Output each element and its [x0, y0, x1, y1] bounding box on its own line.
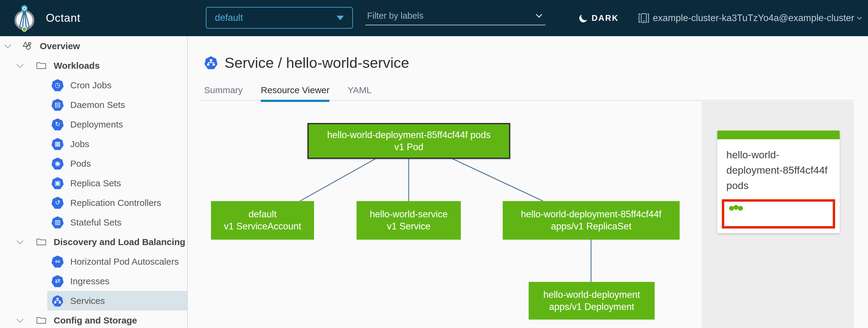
sidebar-item-label: Replication Controllers [70, 198, 161, 208]
card-title: hello-world-deployment-85ff4cf44f pods [717, 139, 840, 199]
detail-panel: hello-world-deployment-85ff4cf44f pods [702, 101, 854, 328]
pod-ok-dot-icon [729, 206, 734, 211]
pod-ok-dot-icon [734, 205, 738, 210]
moon-icon [578, 13, 589, 24]
graph-node-replicaset[interactable]: hello-world-deployment-85ff4cf44fapps/v1… [503, 201, 680, 240]
sidebar-item-ingresses[interactable]: ⇄Ingresses [0, 271, 187, 291]
dropdown-caret-icon [337, 16, 344, 20]
dark-mode-toggle[interactable]: DARK [579, 0, 619, 36]
app-title: Octant [46, 0, 81, 36]
card-status-bar [717, 130, 840, 139]
sidebar-item-label: Ingresses [70, 276, 110, 287]
node-name: default [248, 208, 276, 220]
sidebar-item-horizontal-pod-autoscalers[interactable]: ⇔Horizontal Pod Autoscalers [0, 252, 187, 271]
sidebar-item-stateful-sets[interactable]: ▥Stateful Sets [0, 212, 187, 232]
expand-chevron-icon[interactable] [4, 41, 11, 48]
chevron-down-icon[interactable] [536, 11, 542, 18]
graph-node-serviceaccount[interactable]: defaultv1 ServiceAccount [211, 201, 314, 240]
pod-ok-dot-icon [738, 206, 743, 211]
main-content: Service / hello-world-service SummaryRes… [188, 36, 868, 328]
octant-logo-icon [14, 4, 35, 32]
job-icon: ▦ [52, 138, 64, 150]
replicationcontroller-icon: ↺ [52, 197, 64, 209]
sidebar-item-label: Config and Storage [54, 315, 137, 326]
node-kind: v1 ServiceAccount [224, 220, 301, 233]
sidebar-item-discovery-and-load-balancing[interactable]: Discovery and Load Balancing [0, 232, 187, 252]
sidebar-item-label: Deployments [70, 119, 123, 130]
sidebar-item-label: Daemon Sets [70, 100, 125, 110]
replicaset-icon: ▣ [52, 177, 64, 189]
sidebar-item-label: Discovery and Load Balancing [54, 237, 185, 247]
sidebar-item-cron-jobs[interactable]: ◷Cron Jobs [0, 76, 187, 95]
cluster-label: example-cluster-ka3TuTzYo4a@example-clus… [653, 13, 854, 24]
sidebar-item-jobs[interactable]: ▦Jobs [0, 134, 187, 154]
hpa-icon: ⇔ [52, 256, 64, 268]
folder-icon [36, 315, 47, 326]
sidebar-nav: OverviewWorkloads◷Cron Jobs▤Daemon Sets↻… [0, 36, 188, 328]
expand-chevron-icon[interactable] [17, 237, 24, 244]
node-kind: apps/v1 Deployment [549, 301, 634, 313]
node-kind: v1 Pod [394, 141, 424, 153]
chevron-down-icon [857, 15, 862, 20]
folder-icon [36, 60, 47, 71]
sidebar-item-label: Replica Sets [70, 178, 121, 188]
sidebar-item-label: Workloads [54, 61, 100, 71]
cluster-selector[interactable]: example-cluster-ka3TuTzYo4a@example-clus… [638, 0, 861, 36]
expand-chevron-icon[interactable] [17, 61, 24, 68]
deployment-icon: ↻ [52, 118, 64, 130]
node-kind: v1 Service [387, 220, 431, 233]
node-kind: apps/v1 ReplicaSet [551, 220, 631, 233]
folder-icon [36, 236, 47, 248]
daemonset-icon: ▤ [52, 99, 64, 111]
namespace-value: default [215, 12, 243, 23]
sidebar-item-label: Stateful Sets [70, 217, 121, 228]
sidebar-item-deployments[interactable]: ↻Deployments [0, 115, 187, 134]
graph-node-pod[interactable]: hello-world-deployment-85ff4cf44f podsv1… [307, 123, 510, 159]
sidebar-item-label: Services [70, 296, 105, 306]
node-name: hello-world-service [370, 208, 447, 220]
node-name: hello-world-deployment-85ff4cf44f [521, 208, 661, 220]
sidebar-item-label: Overview [40, 41, 80, 51]
expand-chevron-icon[interactable] [17, 316, 24, 323]
pod-icon: ◉ [52, 158, 64, 170]
pod-summary-card: hello-world-deployment-85ff4cf44f pods [717, 130, 840, 233]
dark-mode-label: DARK [592, 13, 619, 23]
sidebar-item-replica-sets[interactable]: ▣Replica Sets [0, 173, 187, 193]
sidebar-item-config-and-storage[interactable]: Config and Storage [0, 310, 187, 328]
graph-node-service[interactable]: hello-world-servicev1 Service [356, 201, 461, 240]
sidebar-item-workloads[interactable]: Workloads [0, 56, 187, 76]
sidebar-item-overview[interactable]: Overview [0, 36, 187, 56]
sidebar-item-daemon-sets[interactable]: ▤Daemon Sets [0, 95, 187, 115]
overview-icon [21, 40, 33, 52]
namespace-dropdown[interactable]: default [206, 7, 353, 29]
statefulset-icon: ▥ [52, 216, 64, 229]
sidebar-item-label: Pods [70, 158, 91, 169]
sidebar-item-pods[interactable]: ◉Pods [0, 154, 187, 173]
cluster-icon [638, 13, 649, 24]
node-name: hello-world-deployment [544, 289, 640, 301]
service-icon [52, 295, 64, 307]
sidebar-item-replication-controllers[interactable]: ↺Replication Controllers [0, 193, 187, 212]
pod-status-box [722, 199, 835, 229]
ingress-icon: ⇄ [52, 275, 64, 287]
sidebar-item-label: Cron Jobs [70, 80, 112, 90]
sidebar-item-services[interactable]: Services [0, 291, 187, 310]
app-header: Octant default Filter by labels DARK exa… [0, 0, 868, 36]
label-filter-input[interactable]: Filter by labels [365, 7, 546, 25]
node-name: hello-world-deployment-85ff4cf44f pods [327, 129, 490, 141]
graph-node-deployment[interactable]: hello-world-deploymentapps/v1 Deployment [529, 282, 655, 320]
sidebar-item-label: Horizontal Pod Autoscalers [70, 257, 179, 267]
cronjob-icon: ◷ [52, 79, 64, 91]
label-filter-placeholder: Filter by labels [365, 11, 424, 21]
sidebar-item-label: Jobs [70, 139, 89, 149]
